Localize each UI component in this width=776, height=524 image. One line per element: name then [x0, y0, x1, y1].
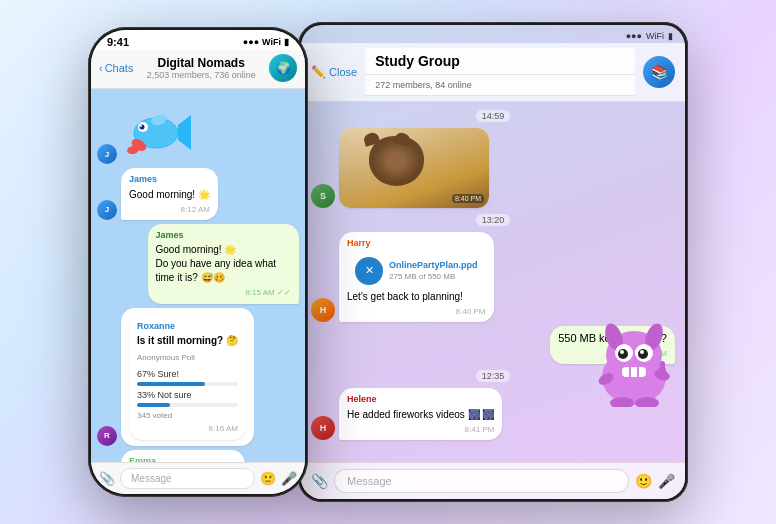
tablet-wifi-icon: WiFi [646, 31, 664, 41]
poll-bar-bg-2 [137, 403, 238, 407]
monster-sticker-container [592, 317, 677, 407]
svg-rect-18 [622, 367, 646, 377]
tablet-message-harry: H Harry ✕ OnlinePartyPlan.ppd 275 MB of … [311, 232, 675, 322]
sender-name-james: James [129, 173, 210, 186]
back-button[interactable]: ‹ Chats [99, 62, 133, 74]
time-label-1320: 13:20 [476, 214, 511, 226]
message-james-text1: J James Good morning! 🌟 8:12 AM [97, 168, 299, 220]
phone-nav: ‹ Chats Digital Nomads 2,503 members, 73… [91, 50, 305, 89]
signal-icon: ●●● [243, 37, 259, 47]
file-name: OnlinePartyPlan.ppd [389, 259, 478, 272]
svg-marker-1 [178, 115, 191, 150]
tablet-chat-area: 14:59 S 8:40 PM 13:20 H [301, 102, 685, 462]
sender-name-harry: Harry [347, 237, 486, 250]
james-msg1-text: Good morning! 🌟 [129, 188, 210, 202]
file-info: OnlinePartyPlan.ppd 275 MB of 550 MB [389, 259, 478, 283]
microphone-icon[interactable]: 🎤 [281, 471, 297, 486]
svg-point-17 [640, 350, 644, 354]
time-label-1459: 14:59 [476, 110, 511, 122]
sender-name-helene: Helene [347, 393, 494, 406]
tablet-microphone-icon[interactable]: 🎤 [658, 473, 675, 489]
phone-time: 9:41 [107, 36, 129, 48]
sender-name-roxanne: Roxanne [137, 320, 238, 333]
phone-input-bar: 📎 Message 🙂 🎤 [91, 462, 305, 494]
outgoing-msg1-text: Good morning! 🌟Do you have any idea what… [156, 243, 292, 285]
check-icon: ✓✓ [277, 288, 291, 297]
attachment-icon[interactable]: 📎 [99, 471, 115, 486]
poll-type-label: Anonymous Poll [137, 352, 238, 363]
tablet-message-input[interactable]: Message [334, 469, 629, 493]
chat-title: Digital Nomads [137, 56, 265, 70]
tablet-signal-icon: ●●● [626, 31, 642, 41]
poll-option-1-label: 67% Sure! [137, 368, 238, 381]
close-label: Close [329, 66, 357, 78]
harry-bubble: Harry ✕ OnlinePartyPlan.ppd 275 MB of 55… [339, 232, 494, 322]
avatar-emoji: 🌍 [276, 61, 291, 75]
tablet-nav-info: Study Group 272 members, 84 online [365, 48, 635, 96]
tablet-group-avatar[interactable]: 📚 [643, 56, 675, 88]
battery-icon: ▮ [284, 37, 289, 47]
fish-sticker-container [121, 95, 191, 164]
harry-text: Let's get back to planning! [347, 290, 486, 304]
svg-point-3 [140, 125, 145, 130]
harry-time: 8:40 PM [347, 306, 486, 317]
phone-status-icons: ●●● WiFi ▮ [243, 37, 289, 47]
poll-bubble[interactable]: Roxanne Is it still morning? 🤔 Anonymous… [121, 308, 254, 446]
poll-option-2[interactable]: 33% Not sure [137, 389, 238, 407]
chat-subtitle: 2,503 members, 736 online [137, 70, 265, 80]
svg-point-16 [620, 350, 624, 354]
poll-option-1[interactable]: 67% Sure! [137, 368, 238, 386]
group-avatar[interactable]: 🌍 [269, 54, 297, 82]
helene-avatar: H [311, 416, 335, 440]
tablet-attachment-icon[interactable]: 📎 [311, 473, 328, 489]
poll-time: 8:16 AM [137, 423, 238, 434]
phone-device: 9:41 ●●● WiFi ▮ ‹ Chats Digital Nomads 2… [88, 27, 308, 497]
james-avatar2: J [97, 200, 117, 220]
tablet-status-icons: ●●● WiFi ▮ [626, 31, 673, 41]
tablet-status-bar: ●●● WiFi ▮ [301, 25, 685, 43]
tablet-nav: ✏️ Close Study Group 272 members, 84 onl… [301, 43, 685, 102]
tablet-chat-title: Study Group [365, 48, 635, 75]
phone-nav-title: Digital Nomads 2,503 members, 736 online [137, 56, 265, 80]
james-msg1-time: 8:12 AM [129, 204, 210, 215]
file-icon: ✕ [355, 257, 383, 285]
compose-icon: ✏️ [311, 65, 326, 79]
sticker-icon[interactable]: 🙂 [260, 471, 276, 486]
tablet-input-placeholder: Message [347, 475, 392, 487]
tablet-avatar-emoji: 📚 [651, 64, 668, 80]
fish-sticker-icon [121, 95, 191, 160]
toast-image-message: 8:40 PM [339, 128, 489, 208]
poll-bar-bg-1 [137, 382, 238, 386]
tablet-chat-subtitle: 272 members, 84 online [365, 75, 635, 96]
wifi-icon: WiFi [262, 37, 281, 47]
message-emma-audio: E Emma ▶ [97, 450, 299, 462]
close-button[interactable]: ✏️ Close [311, 65, 357, 79]
tablet-message-image: S 8:40 PM [311, 128, 675, 208]
phone-message-input[interactable]: Message [120, 468, 255, 489]
tablet-sticker-icon[interactable]: 🙂 [635, 473, 652, 489]
roxanne-avatar: R [97, 426, 117, 446]
tablet-input-bar: 📎 Message 🙂 🎤 [301, 462, 685, 499]
chevron-left-icon: ‹ [99, 62, 103, 74]
helene-time: 8:41 PM [347, 424, 494, 435]
svg-point-4 [140, 125, 142, 127]
tablet-sender-avatar-1: S [311, 184, 335, 208]
image-time: 8:40 PM [452, 194, 484, 203]
file-size: 275 MB of 550 MB [389, 271, 478, 282]
poll-question: Is it still morning? 🤔 [137, 334, 238, 348]
poll-votes: 345 voted [137, 410, 238, 421]
outgoing-msg1-time: 8:15 AM ✓✓ [156, 287, 292, 298]
harry-avatar: H [311, 298, 335, 322]
phone-input-placeholder: Message [131, 473, 172, 484]
sender-name-emma: Emma [129, 455, 237, 462]
file-attachment[interactable]: ✕ OnlinePartyPlan.ppd 275 MB of 550 MB [347, 252, 486, 290]
poll-bar-1 [137, 382, 205, 386]
helene-text: He added fireworks videos 🎆 🎆 [347, 408, 494, 422]
helene-bubble: Helene He added fireworks videos 🎆 🎆 8:4… [339, 388, 502, 440]
james-bubble1: James Good morning! 🌟 8:12 AM [121, 168, 218, 220]
sender-name-james2: James [156, 229, 292, 242]
toast-image: 8:40 PM [339, 128, 489, 208]
poll-option-2-label: 33% Not sure [137, 389, 238, 402]
message-james-sticker: J [97, 95, 299, 164]
james-avatar: J [97, 144, 117, 164]
